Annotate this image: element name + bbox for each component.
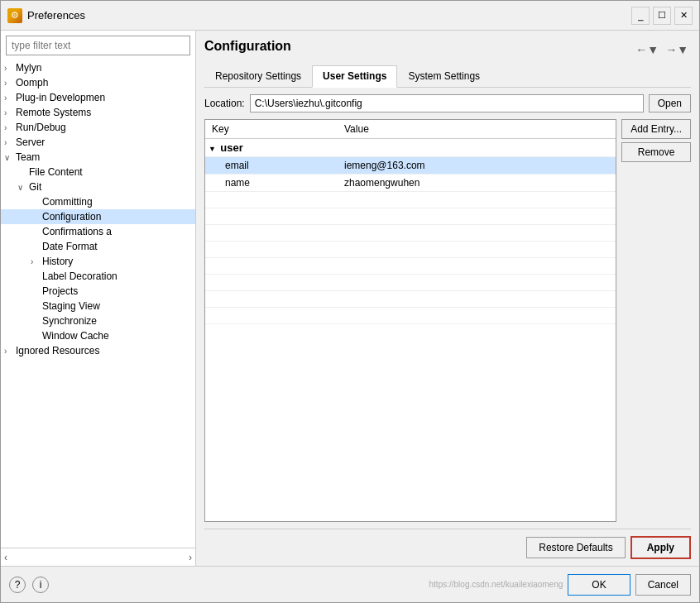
table-row xyxy=(205,291,616,308)
table-cell-value: iemeng@163.com xyxy=(338,157,616,175)
table-row[interactable]: name zhaomengwuhen xyxy=(205,175,616,192)
cancel-button[interactable]: Cancel xyxy=(635,574,691,596)
sidebar-item-projects[interactable]: Projects xyxy=(1,284,195,299)
nav-next-button[interactable]: →▼ xyxy=(663,43,691,56)
sidebar-item-configuration[interactable]: Configuration xyxy=(1,209,195,224)
sidebar-item-run-debug[interactable]: ›Run/Debug xyxy=(1,120,195,135)
tree-arrow-ignored-resources: › xyxy=(4,347,16,356)
sidebar-item-oomph[interactable]: ›Oomph xyxy=(1,75,195,90)
tree-arrow-team: ∨ xyxy=(4,153,16,162)
filter-input[interactable] xyxy=(6,36,190,55)
main-content: ›Mylyn›Oomph›Plug-in Developmen›Remote S… xyxy=(1,31,699,566)
preferences-window: Preferences ⎯ ☐ ✕ ›Mylyn›Oomph›Plug-in D… xyxy=(0,0,700,603)
tab-system-settings[interactable]: System Settings xyxy=(397,65,491,87)
sidebar-item-git[interactable]: ∨Git xyxy=(1,179,195,194)
sidebar-bottom-nav: ‹ › xyxy=(1,548,195,566)
nav-prev-button[interactable]: ←▼ xyxy=(633,43,661,56)
tree-arrow-server: › xyxy=(4,138,16,147)
nav-back-button[interactable]: ‹ xyxy=(4,552,7,563)
sidebar-item-window-cache[interactable]: Window Cache xyxy=(1,328,195,343)
tree-arrow-history: › xyxy=(31,257,42,266)
restore-defaults-button[interactable]: Restore Defaults xyxy=(526,537,625,558)
sidebar-item-label-label-decoration: Label Decoration xyxy=(42,270,117,282)
sidebar-item-label-file-content: File Content xyxy=(29,166,83,178)
nav-forward-button[interactable]: › xyxy=(189,552,192,563)
sidebar-item-label-oomph: Oomph xyxy=(16,77,48,89)
tree-arrow-git: ∨ xyxy=(17,183,29,192)
sidebar-item-label-date-format: Date Format xyxy=(42,241,98,252)
location-input[interactable] xyxy=(250,94,644,112)
entry-buttons: Add Entry... Remove xyxy=(621,119,691,522)
table-row xyxy=(205,225,616,242)
sidebar-item-staging-view[interactable]: Staging View xyxy=(1,299,195,313)
sidebar-item-label-synchronize: Synchronize xyxy=(42,315,97,327)
sidebar-item-label-decoration[interactable]: Label Decoration xyxy=(1,269,195,284)
sidebar-item-plugin-dev[interactable]: ›Plug-in Developmen xyxy=(1,90,195,105)
col-value-header: Value xyxy=(338,120,616,139)
table-row xyxy=(205,192,616,208)
table-cell-value: zhaomengwuhen xyxy=(338,175,616,192)
config-table: Key Value ▼ user xyxy=(205,120,616,324)
tree-container: ›Mylyn›Oomph›Plug-in Developmen›Remote S… xyxy=(1,60,195,548)
sidebar-item-mylyn[interactable]: ›Mylyn xyxy=(1,60,195,75)
tab-repository-settings[interactable]: Repository Settings xyxy=(204,65,312,87)
sidebar-item-history[interactable]: ›History xyxy=(1,254,195,269)
right-panel: Configuration ←▼ →▼ Repository Settings … xyxy=(196,31,699,566)
sidebar-item-label-run-debug: Run/Debug xyxy=(16,122,66,133)
sidebar-item-label-mylyn: Mylyn xyxy=(16,62,41,74)
table-row xyxy=(205,242,616,258)
sidebar-item-label-git: Git xyxy=(29,181,41,193)
table-row xyxy=(205,258,616,275)
tabs: Repository Settings User Settings System… xyxy=(204,65,691,88)
sidebar-item-ignored-resources[interactable]: ›Ignored Resources xyxy=(1,343,195,358)
close-button[interactable]: ✕ xyxy=(674,7,693,25)
panel-title: Configuration xyxy=(204,39,291,54)
table-row[interactable]: email iemeng@163.com xyxy=(205,157,616,175)
sidebar-item-file-content[interactable]: File Content xyxy=(1,165,195,179)
panel-nav-arrows: ←▼ →▼ xyxy=(633,43,691,56)
minimize-button[interactable]: ⎯ xyxy=(631,7,650,25)
sidebar-item-label-server: Server xyxy=(16,136,45,148)
help-icon[interactable]: ? xyxy=(9,577,26,593)
sidebar-item-team[interactable]: ∨Team xyxy=(1,150,195,165)
config-table-wrap: Key Value ▼ user xyxy=(204,119,616,522)
config-area: Key Value ▼ user xyxy=(204,119,691,522)
sidebar-item-label-remote-systems: Remote Systems xyxy=(16,107,91,118)
sidebar-item-date-format[interactable]: Date Format xyxy=(1,239,195,254)
table-row[interactable]: ▼ user xyxy=(205,139,616,157)
table-cell-key: email xyxy=(205,157,338,175)
sidebar: ›Mylyn›Oomph›Plug-in Developmen›Remote S… xyxy=(1,31,196,566)
tree-arrow-oomph: › xyxy=(4,79,16,88)
location-label: Location: xyxy=(204,98,245,109)
sidebar-item-confirmations[interactable]: Confirmations a xyxy=(1,224,195,239)
footer: ? i https://blog.csdn.net/kuailexiaomeng… xyxy=(1,566,699,602)
table-cell-key: name xyxy=(205,175,338,192)
add-entry-button[interactable]: Add Entry... xyxy=(621,119,691,139)
sidebar-item-label-history: History xyxy=(42,256,73,267)
sidebar-item-remote-systems[interactable]: ›Remote Systems xyxy=(1,105,195,120)
app-icon xyxy=(7,8,22,23)
tree-arrow-run-debug: › xyxy=(4,123,16,132)
ok-button[interactable]: OK xyxy=(568,574,630,596)
sidebar-item-label-committing: Committing xyxy=(42,196,93,208)
sidebar-item-committing[interactable]: Committing xyxy=(1,194,195,209)
table-row xyxy=(205,275,616,291)
info-icon[interactable]: i xyxy=(32,577,49,593)
sidebar-item-label-configuration: Configuration xyxy=(42,211,101,223)
sidebar-item-label-confirmations: Confirmations a xyxy=(42,226,112,237)
tree-arrow-mylyn: › xyxy=(4,64,16,73)
sidebar-item-label-projects: Projects xyxy=(42,285,78,297)
sidebar-item-server[interactable]: ›Server xyxy=(1,135,195,150)
title-bar: Preferences ⎯ ☐ ✕ xyxy=(1,1,699,31)
tab-user-settings[interactable]: User Settings xyxy=(312,65,397,88)
table-row xyxy=(205,308,616,324)
maximize-button[interactable]: ☐ xyxy=(653,7,671,25)
sidebar-item-label-plugin-dev: Plug-in Developmen xyxy=(16,92,105,103)
remove-button[interactable]: Remove xyxy=(621,142,691,162)
table-row xyxy=(205,208,616,225)
apply-button[interactable]: Apply xyxy=(630,536,691,559)
open-button[interactable]: Open xyxy=(649,94,691,112)
sidebar-item-synchronize[interactable]: Synchronize xyxy=(1,313,195,328)
bottom-actions: Restore Defaults Apply xyxy=(204,529,691,566)
window-title: Preferences xyxy=(27,9,85,22)
